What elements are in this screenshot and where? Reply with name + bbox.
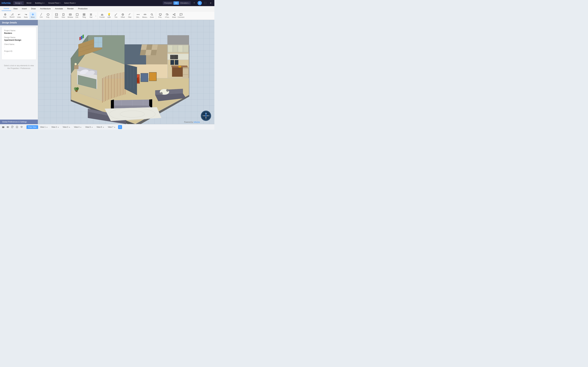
tab-view-5[interactable]: View 6 ▲ — [84, 125, 95, 129]
tab-view-1[interactable]: View 1 ▲ — [38, 125, 50, 129]
tool-walls[interactable]: Walls — [53, 12, 60, 19]
tool-branch[interactable]: ⎇ Branch — [9, 12, 16, 19]
tool-fillet[interactable]: Fillet — [126, 12, 133, 19]
menu-architecture[interactable]: Architecture — [38, 7, 53, 11]
pres-label: Pres.. — [158, 16, 162, 18]
svg-rect-78 — [183, 69, 188, 74]
tool-redo[interactable]: ↪ Redo — [23, 12, 29, 19]
global-preferences-btn[interactable]: Global Preferences & Settings — [0, 120, 38, 124]
3d-view-btn[interactable]: 3D — [173, 1, 179, 5]
door-label: Door — [62, 16, 65, 18]
tab-tool-bookmark[interactable] — [15, 125, 19, 129]
close-button[interactable]: ✕ — [208, 1, 213, 5]
svg-point-153 — [160, 92, 163, 95]
tool-door[interactable]: Door — [60, 12, 67, 19]
design-details-panel: Project Name: Renders Design Name: Apart… — [1, 27, 36, 60]
svg-rect-56 — [140, 50, 146, 55]
tool-window[interactable]: Window — [67, 12, 74, 19]
tab-view-3[interactable]: View 3 ▲ — [61, 125, 72, 129]
window-label: Window — [68, 16, 73, 18]
toolbar-group-draw: ╱ Line Poly.. — [37, 12, 52, 19]
tool-offset[interactable]: Offset — [120, 12, 126, 19]
tab-view-4[interactable]: View 4 ▲ — [72, 125, 83, 129]
elevation-view-btn[interactable]: Elevation ▾ — [179, 1, 191, 5]
tool-rail[interactable]: Rail — [87, 12, 94, 19]
tab-tool-visibility[interactable] — [6, 125, 10, 129]
furnish-label: Furnish — [100, 16, 104, 18]
tool-furnish[interactable]: Furnish — [99, 12, 105, 19]
tool-comment[interactable]: Comment — [178, 12, 184, 19]
tab-tool-layers[interactable] — [1, 125, 5, 129]
menu-production[interactable]: Production — [76, 7, 90, 11]
svg-point-39 — [173, 14, 174, 15]
tool-light[interactable]: 💡 Light — [106, 12, 112, 19]
svg-rect-165 — [2, 127, 4, 127]
menu-home[interactable]: Home — [1, 6, 11, 11]
svg-point-76 — [178, 66, 181, 67]
tab-view-2[interactable]: View 2 ▲ — [50, 125, 61, 129]
tab-view-6[interactable]: View 6 ▲ — [95, 125, 106, 129]
view4-chevron: ▲ — [80, 126, 82, 128]
svg-line-31 — [152, 15, 153, 16]
move-label: Move — [31, 16, 35, 18]
tab-tool-sheet[interactable] — [10, 125, 14, 129]
menu-view[interactable]: View — [11, 7, 20, 11]
floor-dropdown-arrow: ▾ — [60, 2, 60, 4]
move-icon: ✥ — [32, 13, 34, 16]
floorplan-view-btn[interactable]: Floorplan — [163, 1, 173, 5]
top-bar: infurnia Design ▾ World › Building 1 ▾ ›… — [0, 0, 214, 6]
svg-point-30 — [151, 14, 153, 15]
breadcrumb-building[interactable]: Building 1 ▾ › — [34, 1, 47, 5]
svg-rect-58 — [152, 44, 158, 50]
tool-pref[interactable]: ⚙ Pref.. — [2, 12, 9, 19]
svg-rect-64 — [168, 45, 173, 52]
menu-insert[interactable]: Insert — [20, 7, 29, 11]
tab-view-7[interactable]: View 7 ▲ — [106, 125, 117, 129]
tool-ceiling[interactable]: Ceil.. — [74, 12, 80, 19]
tool-share[interactable]: Share — [171, 12, 177, 19]
svg-rect-10 — [84, 13, 85, 14]
tool-line[interactable]: ╱ Line — [38, 12, 44, 19]
tool-zoom[interactable]: Zoom — [148, 12, 155, 19]
view5-label: View 6 — [85, 126, 91, 128]
tool-pres[interactable]: Pres.. — [157, 12, 164, 19]
tool-undo[interactable]: ↩ Undo — [16, 12, 22, 19]
svg-rect-142 — [149, 73, 156, 81]
breadcrumb-floor[interactable]: Ground Floor ▾ › — [47, 1, 63, 5]
tool-poly[interactable]: Poly.. — [45, 12, 52, 19]
menu-render[interactable]: Render — [65, 7, 76, 11]
breadcrumb-room[interactable]: Select Room ▾ — [63, 1, 77, 5]
tool-trim[interactable]: Trim — [112, 12, 119, 19]
help-button[interactable]: ? — [192, 1, 196, 5]
tab-free-view[interactable]: Free View — [26, 125, 38, 129]
tool-move[interactable]: ✥ Move — [29, 12, 36, 19]
menu-annotate[interactable]: Annotate — [53, 7, 65, 11]
canvas-area[interactable]: TOP Powered by infurnia — [38, 20, 214, 124]
fullscreen-button[interactable]: ⛶ — [203, 1, 207, 5]
design-menu-button[interactable]: Design ▾ — [13, 1, 24, 5]
tool-plus-pres[interactable]: +Pres.. — [164, 12, 171, 19]
furnish-icon — [101, 13, 104, 16]
add-view-button[interactable]: + — [118, 125, 122, 129]
trim-icon — [114, 13, 117, 16]
tool-measure[interactable]: Measu.. — [142, 12, 148, 19]
tool-dim[interactable]: Dim.. — [135, 12, 141, 19]
tiling-label: Tiling — [82, 16, 86, 18]
project-name-value: Renders — [4, 32, 34, 34]
tab-tool-stack[interactable] — [20, 125, 24, 129]
door-icon — [62, 13, 65, 16]
tool-tiling[interactable]: Tiling — [81, 12, 87, 19]
powered-by-text: Powered by — [184, 121, 193, 123]
breadcrumb-world[interactable]: World › — [25, 1, 34, 5]
svg-point-38 — [174, 13, 175, 14]
brand-name: infurnia — [194, 121, 200, 123]
svg-marker-62 — [189, 44, 189, 80]
menu-draw[interactable]: Draw — [29, 7, 38, 11]
svg-point-70 — [171, 55, 173, 57]
arch-expand[interactable]: ⌄ — [95, 14, 97, 17]
compass-rose[interactable]: TOP — [201, 110, 211, 121]
zoom-icon — [150, 13, 153, 16]
project-name-label: Project Name: — [4, 30, 34, 32]
fillet-icon — [128, 13, 131, 16]
user-avatar[interactable]: A — [198, 1, 202, 5]
